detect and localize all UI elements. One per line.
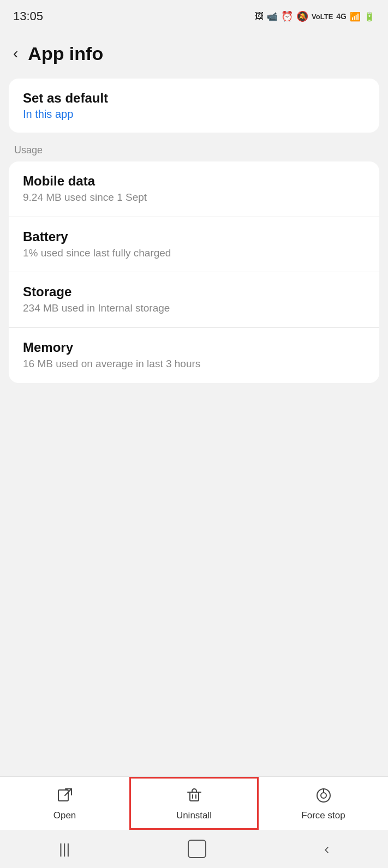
uninstall-button[interactable]: Uninstall (129, 777, 259, 830)
memory-desc: 16 MB used on average in last 3 hours (23, 357, 365, 371)
back-nav-button[interactable]: ‹ (324, 841, 329, 858)
storage-item[interactable]: Storage 234 MB used in Internal storage (9, 272, 379, 328)
set-as-default-card[interactable]: Set as default In this app (9, 79, 379, 133)
uninstall-label: Uninstall (176, 810, 212, 821)
photo-icon: 🖼 (255, 11, 264, 21)
mute-icon: 🔕 (296, 10, 308, 22)
force-stop-button[interactable]: Force stop (259, 777, 388, 830)
open-icon (56, 787, 74, 807)
storage-title: Storage (23, 284, 365, 300)
force-stop-icon (315, 787, 332, 807)
signal-icon: 📶 (350, 11, 361, 22)
mobile-data-item[interactable]: Mobile data 9.24 MB used since 1 Sept (9, 161, 379, 217)
svg-point-7 (321, 793, 326, 798)
navigation-bar: ||| ‹ (0, 830, 388, 868)
alarm-icon: ⏰ (281, 10, 293, 22)
status-time: 13:05 (13, 9, 43, 23)
status-bar: 13:05 🖼 📹 ⏰ 🔕 VoLTE 4G 📶 🔋 (0, 0, 388, 33)
usage-card: Mobile data 9.24 MB used since 1 Sept Ba… (9, 161, 379, 383)
battery-icon: 🔋 (364, 11, 375, 22)
open-button[interactable]: Open (0, 777, 129, 830)
battery-title: Battery (23, 229, 365, 244)
status-icons: 🖼 📹 ⏰ 🔕 VoLTE 4G 📶 🔋 (255, 10, 375, 22)
uninstall-icon (186, 787, 203, 807)
memory-title: Memory (23, 340, 365, 355)
battery-desc: 1% used since last fully charged (23, 247, 365, 260)
video-icon: 📹 (267, 11, 278, 22)
force-stop-label: Force stop (301, 810, 345, 821)
memory-item[interactable]: Memory 16 MB used on average in last 3 h… (9, 328, 379, 383)
recents-button[interactable]: ||| (59, 841, 70, 858)
set-as-default-subtitle: In this app (23, 108, 365, 121)
svg-rect-3 (190, 792, 199, 801)
app-bar: ‹ App info (0, 33, 388, 74)
open-label: Open (53, 810, 76, 821)
page-title: App info (28, 43, 103, 64)
mobile-data-title: Mobile data (23, 173, 365, 189)
home-button[interactable] (188, 840, 206, 858)
back-button[interactable]: ‹ (9, 43, 22, 64)
mobile-data-desc: 9.24 MB used since 1 Sept (23, 191, 365, 205)
volte-icon: VoLTE (312, 13, 333, 21)
usage-section-label: Usage (0, 137, 388, 161)
storage-desc: 234 MB used in Internal storage (23, 302, 365, 315)
bottom-action-bar: Open Uninstall Force stop (0, 776, 388, 830)
set-as-default-title: Set as default (23, 91, 365, 106)
battery-item[interactable]: Battery 1% used since last fully charged (9, 217, 379, 273)
svg-rect-0 (58, 790, 68, 801)
4g-icon: 4G (336, 12, 347, 21)
